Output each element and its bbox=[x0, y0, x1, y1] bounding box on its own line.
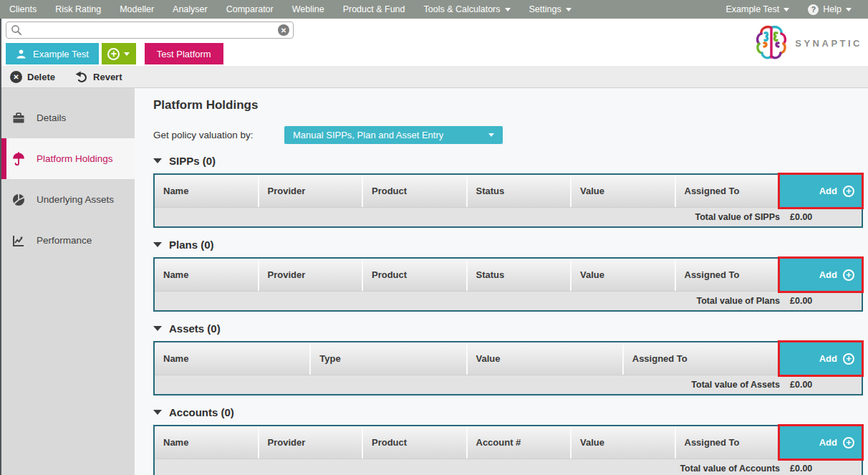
undo-arrow-icon bbox=[75, 71, 88, 82]
column-header-status: Status bbox=[468, 175, 572, 207]
column-header-value: Value bbox=[468, 342, 624, 375]
menu-webline[interactable]: Webline bbox=[283, 0, 334, 19]
column-header-provider: Provider bbox=[259, 426, 364, 459]
chevron-down-icon bbox=[124, 52, 130, 56]
user-menu[interactable]: Example Test bbox=[716, 0, 799, 19]
column-header-name: Name bbox=[155, 342, 311, 375]
accounts-section-header[interactable]: Accounts (0) bbox=[153, 406, 863, 418]
question-mark-icon: ? bbox=[808, 4, 819, 15]
menu-clients[interactable]: Clients bbox=[0, 0, 46, 19]
plans-table: Name Provider Product Status Value Assig… bbox=[153, 257, 863, 312]
table-header-row: Name Provider Product Status Value Assig… bbox=[155, 175, 862, 207]
section-plans: Plans (0) Name Provider Product Status V… bbox=[153, 239, 863, 312]
briefcase-icon bbox=[11, 111, 26, 125]
umbrella-icon bbox=[11, 152, 26, 166]
section-title: SIPPs (0) bbox=[169, 155, 216, 167]
client-tab-label: Example Test bbox=[33, 49, 89, 59]
person-icon bbox=[16, 49, 26, 59]
sidebar-item-details[interactable]: Details bbox=[1, 97, 135, 138]
client-tab[interactable]: Example Test bbox=[6, 43, 99, 64]
sidebar: Details Platform Holdings Underlying Ass… bbox=[1, 88, 135, 475]
section-title: Assets (0) bbox=[169, 322, 221, 335]
sidebar-item-platform-holdings[interactable]: Platform Holdings bbox=[1, 138, 135, 179]
sidebar-item-underlying-assets[interactable]: Underlying Assets bbox=[1, 179, 135, 220]
add-sipp-button[interactable]: Add bbox=[780, 175, 862, 207]
chevron-down-icon bbox=[846, 8, 852, 11]
search-box: ✕ bbox=[6, 21, 294, 39]
collapse-arrow-icon[interactable] bbox=[153, 326, 162, 331]
total-value: £0.00 bbox=[780, 464, 862, 474]
collapse-arrow-icon[interactable] bbox=[153, 242, 162, 247]
menu-comparator[interactable]: Comparator bbox=[217, 0, 283, 19]
revert-button[interactable]: Revert bbox=[75, 71, 122, 82]
column-header-product: Product bbox=[363, 426, 468, 459]
platform-tab[interactable]: Test Platform bbox=[145, 43, 223, 64]
top-menu-items: Clients Risk Rating Modeller Analyser Co… bbox=[0, 0, 581, 19]
collapse-arrow-icon[interactable] bbox=[153, 158, 162, 163]
section-accounts: Accounts (0) Name Provider Product Accou… bbox=[153, 406, 863, 475]
column-header-value: Value bbox=[572, 175, 676, 207]
plus-circle-icon bbox=[843, 269, 854, 281]
chevron-down-icon bbox=[488, 133, 494, 137]
total-label: Total value of SIPPs bbox=[695, 212, 780, 222]
action-toolbar: ✕ Delete Revert bbox=[1, 66, 868, 88]
assets-section-header[interactable]: Assets (0) bbox=[153, 322, 863, 335]
menu-settings[interactable]: Settings bbox=[520, 0, 581, 19]
add-asset-button[interactable]: Add bbox=[780, 342, 862, 375]
delete-button[interactable]: ✕ Delete bbox=[10, 71, 55, 83]
valuation-dropdown[interactable]: Manual SIPPs, Plan and Asset Entry bbox=[284, 126, 503, 144]
menu-modeller[interactable]: Modeller bbox=[110, 0, 163, 19]
assets-table: Name Type Value Assigned To Add Total va… bbox=[153, 341, 863, 395]
main-panel: Platform Holdings Get policy valuation b… bbox=[135, 88, 868, 475]
clear-search-icon[interactable]: ✕ bbox=[278, 24, 289, 36]
menu-analyser[interactable]: Analyser bbox=[163, 0, 217, 19]
column-header-product: Product bbox=[363, 259, 468, 291]
column-header-type: Type bbox=[311, 342, 467, 375]
plans-section-header[interactable]: Plans (0) bbox=[153, 239, 863, 251]
valuation-row: Get policy valuation by: Manual SIPPs, P… bbox=[153, 126, 863, 144]
accounts-table: Name Provider Product Account # Value As… bbox=[153, 425, 863, 475]
table-header-row: Name Provider Product Status Value Assig… bbox=[155, 259, 862, 291]
plus-circle-icon bbox=[107, 48, 120, 60]
plus-circle-icon bbox=[843, 353, 854, 365]
delete-icon: ✕ bbox=[10, 71, 22, 83]
add-plan-button[interactable]: Add bbox=[780, 259, 862, 291]
column-header-product: Product bbox=[363, 175, 468, 207]
total-label: Total value of Accounts bbox=[680, 464, 780, 474]
plus-circle-icon bbox=[843, 186, 854, 197]
table-header-row: Name Type Value Assigned To Add bbox=[155, 342, 862, 375]
app-frame: ✕ SYNAPTIC bbox=[0, 19, 868, 475]
column-header-provider: Provider bbox=[259, 259, 364, 291]
sipps-section-header[interactable]: SIPPs (0) bbox=[153, 155, 863, 167]
column-header-value: Value bbox=[572, 426, 676, 459]
sipps-table: Name Provider Product Status Value Assig… bbox=[153, 173, 863, 228]
column-header-assigned-to: Assigned To bbox=[676, 259, 781, 291]
column-header-status: Status bbox=[468, 259, 572, 291]
column-header-assigned-to: Assigned To bbox=[676, 175, 781, 207]
page-title: Platform Holdings bbox=[153, 98, 863, 112]
column-header-account-number: Account # bbox=[468, 426, 572, 459]
chevron-down-icon bbox=[566, 8, 572, 11]
valuation-label: Get policy valuation by: bbox=[153, 130, 284, 140]
menu-product-and-fund[interactable]: Product & Fund bbox=[334, 0, 415, 19]
table-total-row: Total value of Accounts £0.00 bbox=[155, 459, 862, 475]
search-input[interactable] bbox=[6, 21, 294, 39]
total-label: Total value of Plans bbox=[697, 296, 780, 306]
total-value: £0.00 bbox=[780, 212, 862, 222]
sidebar-item-performance[interactable]: Performance bbox=[1, 220, 135, 261]
valuation-dropdown-value: Manual SIPPs, Plan and Asset Entry bbox=[293, 130, 443, 140]
chevron-down-icon bbox=[505, 8, 511, 11]
section-sipps: SIPPs (0) Name Provider Product Status V… bbox=[153, 155, 863, 228]
section-title: Plans (0) bbox=[169, 239, 214, 251]
collapse-arrow-icon[interactable] bbox=[153, 410, 162, 415]
menu-risk-rating[interactable]: Risk Rating bbox=[46, 0, 110, 19]
add-client-button[interactable] bbox=[102, 43, 136, 64]
section-title: Accounts (0) bbox=[169, 406, 234, 418]
tabs-row: Example Test Test Platform bbox=[1, 42, 868, 66]
top-menu-bar: Clients Risk Rating Modeller Analyser Co… bbox=[0, 0, 868, 19]
top-menu-right: Example Test ?Help bbox=[716, 0, 868, 19]
table-header-row: Name Provider Product Account # Value As… bbox=[155, 426, 862, 459]
menu-tools-calculators[interactable]: Tools & Calculators bbox=[415, 0, 520, 19]
add-account-button[interactable]: Add bbox=[780, 426, 862, 459]
help-menu[interactable]: ?Help bbox=[799, 0, 861, 19]
